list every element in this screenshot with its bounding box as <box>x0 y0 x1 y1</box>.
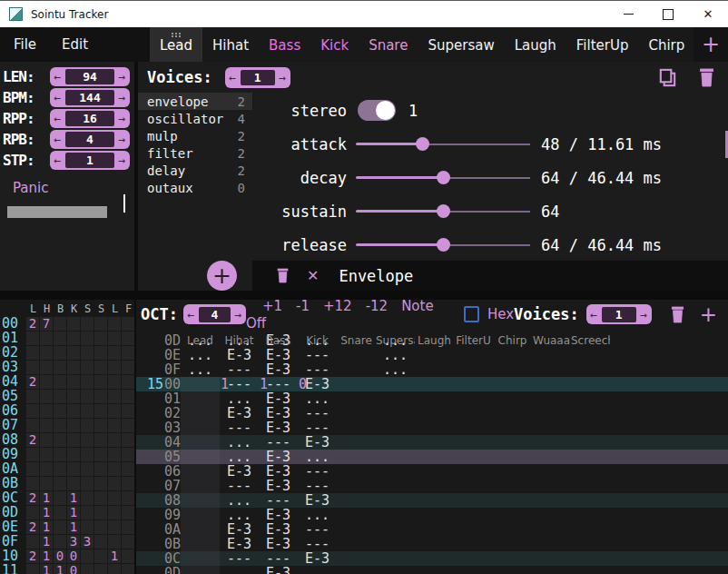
pattern-cell[interactable] <box>454 537 493 551</box>
pattern-cell[interactable]: E-3 <box>259 537 298 551</box>
order-cell[interactable] <box>94 520 107 534</box>
order-cell[interactable] <box>54 477 66 490</box>
order-cell[interactable] <box>81 375 93 389</box>
pattern-cell[interactable] <box>571 566 610 574</box>
order-cell[interactable] <box>67 433 80 447</box>
len-decrement-button[interactable]: ← <box>50 70 65 84</box>
rpb-increment-button[interactable]: → <box>114 133 130 146</box>
pattern-cell[interactable] <box>532 362 571 377</box>
bpm-increment-button[interactable]: → <box>114 91 130 104</box>
panic-button[interactable]: Panic <box>13 180 134 196</box>
pattern-cell[interactable] <box>376 421 415 435</box>
pattern-cell[interactable]: ... <box>220 508 259 522</box>
order-cell[interactable] <box>54 506 66 520</box>
delete-track-icon[interactable] <box>670 306 685 323</box>
pattern-cell[interactable] <box>415 450 454 464</box>
order-cell[interactable] <box>54 332 66 345</box>
slider-knob[interactable] <box>437 171 450 184</box>
tab-filterup[interactable]: FilterUp <box>566 27 639 62</box>
order-cell[interactable] <box>81 419 93 432</box>
pattern-cell[interactable] <box>532 537 571 551</box>
order-cell[interactable] <box>94 462 107 476</box>
order-cell[interactable] <box>94 390 107 403</box>
pattern-cell[interactable] <box>454 493 493 508</box>
slider-knob[interactable] <box>437 238 450 252</box>
order-cell[interactable] <box>94 361 107 374</box>
pattern-cell[interactable]: ... <box>298 333 337 348</box>
order-cell[interactable] <box>81 433 93 447</box>
delete-instrument-icon[interactable] <box>698 68 715 87</box>
order-cell[interactable] <box>81 317 93 331</box>
pattern-cell[interactable] <box>181 566 220 574</box>
order-cell[interactable] <box>108 404 121 418</box>
pattern-cell[interactable] <box>415 406 454 421</box>
pattern-cell[interactable]: --- <box>298 348 337 362</box>
order-cell[interactable] <box>108 433 121 447</box>
order-cell[interactable] <box>54 433 66 447</box>
pattern-cell[interactable] <box>337 566 376 574</box>
pattern-cell[interactable] <box>493 566 532 574</box>
order-cell[interactable] <box>26 506 39 520</box>
order-cell[interactable] <box>54 448 66 461</box>
pattern-cell[interactable] <box>532 479 571 493</box>
delete-unit-icon[interactable] <box>276 268 290 283</box>
pattern-cell[interactable]: 1--- <box>220 377 259 391</box>
pattern-cell[interactable]: --- <box>298 537 337 551</box>
order-cell[interactable]: 3 <box>67 535 80 549</box>
pattern-cell[interactable] <box>454 464 493 479</box>
add-track-button[interactable]: + <box>700 304 717 325</box>
pattern-cell[interactable] <box>415 435 454 450</box>
order-cell[interactable]: 2 <box>26 375 39 389</box>
pattern-cell[interactable] <box>376 377 415 391</box>
pattern-cell[interactable] <box>181 406 220 421</box>
order-cell[interactable] <box>40 448 53 461</box>
order-cell[interactable] <box>108 448 121 461</box>
pattern-cell[interactable] <box>181 508 220 522</box>
pattern-cell[interactable]: ... <box>376 333 415 348</box>
pattern-cell[interactable] <box>532 508 571 522</box>
pattern-cell[interactable] <box>337 508 376 522</box>
order-cell[interactable] <box>67 346 80 360</box>
order-cell[interactable] <box>67 462 80 476</box>
tab-snare[interactable]: Snare <box>359 27 418 62</box>
order-cell[interactable] <box>26 361 39 374</box>
pattern-cell[interactable] <box>415 508 454 522</box>
order-cell[interactable] <box>81 332 93 345</box>
pattern-cell[interactable] <box>415 391 454 406</box>
order-cell[interactable] <box>26 346 39 360</box>
order-cell[interactable]: 1 <box>40 564 53 574</box>
pattern-cell[interactable]: ... <box>220 493 259 508</box>
stp-increment-button[interactable]: → <box>114 153 130 167</box>
order-cell[interactable] <box>40 404 53 418</box>
track-voices-decrement-button[interactable]: ← <box>586 308 602 322</box>
order-cell[interactable] <box>67 404 80 418</box>
pattern-cell[interactable] <box>337 450 376 464</box>
order-cell[interactable] <box>94 332 107 345</box>
order-cell[interactable] <box>67 477 80 490</box>
pattern-cell[interactable] <box>454 421 493 435</box>
octave-decrement-button[interactable]: ← <box>183 308 199 322</box>
pattern-cell[interactable] <box>376 479 415 493</box>
order-cell[interactable] <box>94 549 107 563</box>
order-cell[interactable]: 1 <box>40 549 53 563</box>
pattern-cell[interactable] <box>337 421 376 435</box>
pattern-cell[interactable] <box>454 362 493 377</box>
pattern-cell[interactable]: ... <box>376 362 415 377</box>
order-cell[interactable] <box>108 506 121 520</box>
unit-item-delay[interactable]: delay2 <box>138 162 252 179</box>
unit-item-outaux[interactable]: outaux0 <box>138 179 252 196</box>
pattern-cell[interactable] <box>415 464 454 479</box>
order-cell[interactable] <box>54 462 66 476</box>
order-cell[interactable] <box>94 375 107 389</box>
pattern-cell[interactable] <box>337 362 376 377</box>
minimize-button[interactable] <box>608 1 648 27</box>
order-cell[interactable] <box>94 448 107 461</box>
pattern-cell[interactable]: ... <box>298 391 337 406</box>
order-cell[interactable] <box>81 404 93 418</box>
pattern-cell[interactable]: ... <box>220 435 259 450</box>
pattern-cell[interactable] <box>493 464 532 479</box>
order-cell[interactable] <box>122 491 134 505</box>
pattern-cell[interactable] <box>415 333 454 348</box>
order-cell[interactable] <box>122 404 134 418</box>
order-cell[interactable] <box>26 448 39 461</box>
